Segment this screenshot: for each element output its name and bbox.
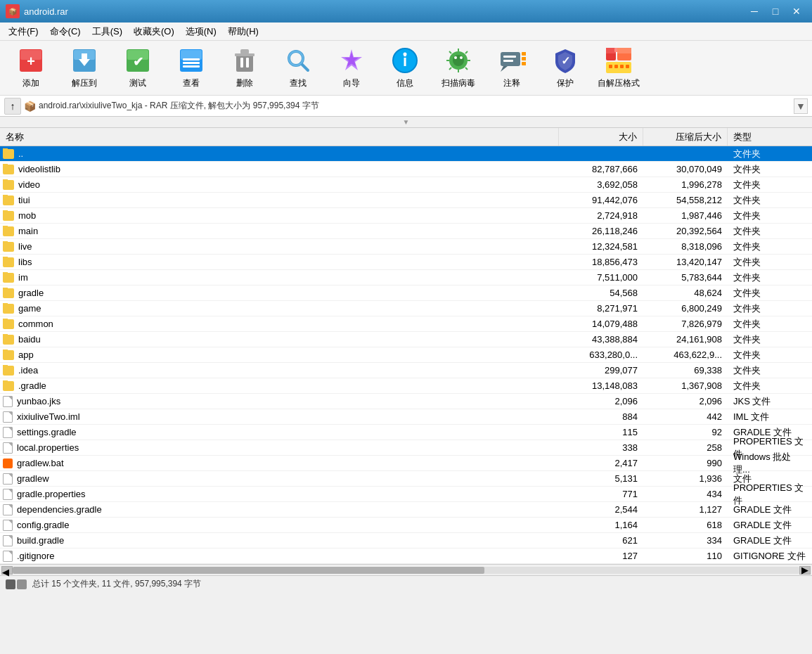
table-row[interactable]: app 633,280,0... 463,622,9... 文件夹 [0,347,812,363]
toolbar-info[interactable]: i 信息 [380,44,430,92]
file-size: 12,324,581 [559,241,643,252]
table-row[interactable]: libs 18,856,473 13,420,147 文件夹 [0,255,812,270]
menu-bar: 文件(F) 命令(C) 工具(S) 收藏夹(O) 选项(N) 帮助(H) [0,23,812,41]
status-text: 总计 15 个文件夹, 11 文件, 957,995,394 字节 [32,578,201,590]
file-name: main [0,226,559,236]
toolbar-protect[interactable]: ✓ 保护 [540,44,591,92]
file-name: .gradle [0,380,559,391]
col-header-compressed[interactable]: 压缩后大小 [643,128,728,146]
column-headers: 名称 大小 压缩后大小 类型 [0,128,812,146]
extract-label: 解压到 [72,77,97,89]
folder-icon [3,226,14,236]
svg-rect-12 [183,62,200,64]
toolbar-view[interactable]: 查看 [166,44,217,92]
table-row[interactable]: gradlew 5,131 1,936 文件 [0,471,812,487]
file-compressed-size: 463,622,9... [643,350,728,360]
menu-file[interactable]: 文件(F) [3,23,44,40]
close-button[interactable]: ✕ [787,4,806,19]
file-size: 14,079,488 [559,319,643,329]
table-row[interactable]: config.gradle 1,164 618 GRADLE 文件 [0,518,812,533]
file-name: libs [0,257,559,267]
menu-command[interactable]: 命令(C) [44,23,86,40]
table-row[interactable]: local.properties 338 258 PROPERTIES 文件 [0,440,812,456]
file-compressed-size: 13,420,147 [643,257,728,267]
menu-options[interactable]: 选项(N) [180,23,222,40]
minimize-button[interactable]: ─ [745,4,764,19]
file-compressed-size: 990 [643,458,728,468]
col-header-type[interactable]: 类型 [728,128,812,146]
add-label: 添加 [22,77,39,89]
table-row[interactable]: build.gradle 621 334 GRADLE 文件 [0,533,812,549]
svg-point-22 [289,51,303,65]
table-row[interactable]: mob 2,724,918 1,987,446 文件夹 [0,208,812,224]
toolbar-comment[interactable]: 注释 [486,44,537,92]
folder-icon [3,381,14,391]
toolbar-sfx[interactable]: 自解压格式 [593,44,644,92]
horizontal-scrollbar[interactable]: ◀ ▶ [0,564,812,575]
menu-tools[interactable]: 工具(S) [86,23,128,40]
table-row[interactable]: dependencies.gradle 2,544 1,127 GRADLE 文… [0,502,812,518]
table-row[interactable]: main 26,118,246 20,392,564 文件夹 [0,224,812,239]
toolbar-wizard[interactable]: 向导 [326,44,377,92]
file-name: live [0,241,559,252]
file-name: xixiuliveTwo.iml [0,411,559,423]
svg-line-21 [301,63,308,70]
table-row[interactable]: gradle 54,568 48,624 文件夹 [0,286,812,301]
scrollbar-thumb[interactable] [13,567,484,574]
table-row[interactable]: videolistlib 82,787,666 30,070,049 文件夹 [0,162,812,177]
toolbar-test[interactable]: ✔ 测试 [112,44,163,92]
menu-help[interactable]: 帮助(H) [222,23,264,40]
col-header-size[interactable]: 大小 [559,128,643,146]
title-bar: 📦 android.rar ─ □ ✕ [0,0,812,23]
toolbar-add[interactable]: + 添加 [6,44,56,92]
table-row[interactable]: game 8,271,971 6,800,249 文件夹 [0,301,812,316]
svg-rect-15 [236,55,253,72]
table-row[interactable]: common 14,079,488 7,826,979 文件夹 [0,316,812,332]
table-row[interactable]: settings.gradle 115 92 GRADLE 文件 [0,425,812,440]
file-name: .idea [0,365,559,376]
table-row[interactable]: .gradle 13,148,083 1,367,908 文件夹 [0,378,812,394]
file-name: gradlew.bat [0,458,559,468]
file-type: GITIGNORE 文件 [728,550,812,563]
sfx-label: 自解压格式 [598,77,640,89]
table-row[interactable]: .idea 299,077 69,338 文件夹 [0,363,812,378]
table-row[interactable]: tiui 91,442,076 54,558,212 文件夹 [0,193,812,208]
table-row[interactable]: im 7,511,000 5,783,644 文件夹 [0,270,812,286]
table-row[interactable]: gradlew.bat 2,417 990 Windows 批处理... [0,456,812,471]
svg-rect-45 [522,52,526,56]
table-row[interactable]: video 3,692,058 1,996,278 文件夹 [0,177,812,193]
toolbar-find[interactable]: 查找 [273,44,323,92]
table-row[interactable]: xixiuliveTwo.iml 884 442 IML 文件 [0,409,812,425]
svg-rect-47 [522,62,526,65]
col-header-name[interactable]: 名称 [0,128,559,146]
file-compressed-size: 7,826,979 [643,319,728,329]
app-icon: 📦 [6,4,20,18]
toolbar-virus[interactable]: 扫描病毒 [433,44,484,92]
svg-point-31 [454,56,457,59]
navigate-up-button[interactable]: ↑ [4,98,21,115]
table-row[interactable]: .gitignore 127 110 GITIGNORE 文件 [0,549,812,564]
scroll-left-button[interactable]: ◀ [1,566,13,575]
file-type: 文件夹 [728,163,812,176]
svg-rect-53 [617,48,631,53]
svg-point-30 [453,55,464,66]
address-expand-button[interactable]: ▼ [794,98,808,114]
file-icon [3,442,13,454]
maximize-button[interactable]: □ [766,4,785,19]
file-compressed-size: 24,161,908 [643,334,728,345]
table-row[interactable]: yunbao.jks 2,096 2,096 JKS 文件 [0,394,812,409]
toolbar-extract[interactable]: 解压到 [59,44,110,92]
svg-point-28 [404,53,407,56]
scroll-right-button[interactable]: ▶ [799,566,811,575]
folder-icon [3,273,14,283]
svg-rect-17 [240,49,249,54]
menu-favorites[interactable]: 收藏夹(O) [128,23,180,40]
table-row[interactable]: .. 文件夹 [0,146,812,162]
table-row[interactable]: gradle.properties 771 434 PROPERTIES 文件 [0,487,812,502]
table-row[interactable]: live 12,324,581 8,318,096 文件夹 [0,239,812,255]
delete-icon [231,46,259,75]
file-type: 文件夹 [728,271,812,284]
table-row[interactable]: baidu 43,388,884 24,161,908 文件夹 [0,332,812,347]
toolbar-delete[interactable]: 删除 [219,44,270,92]
scrollbar-track[interactable] [13,567,799,574]
